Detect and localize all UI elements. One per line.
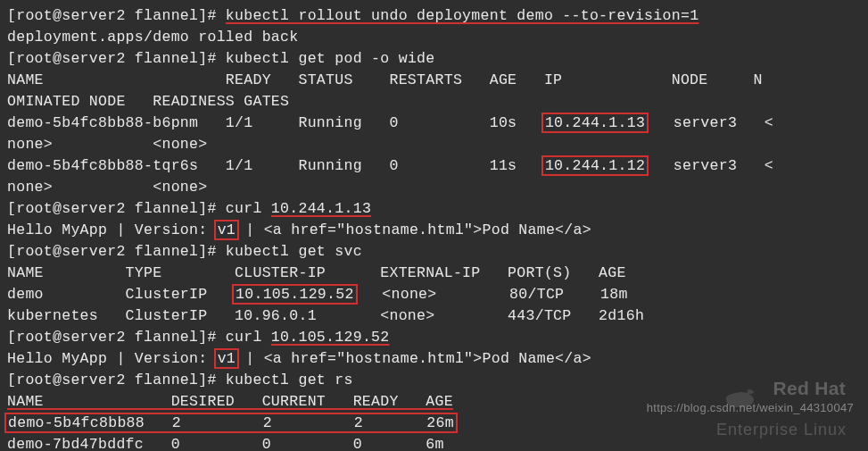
watermark-brand: Red Hat bbox=[773, 378, 846, 399]
pod-row: demo-5b4fc8bb88-tqr6s 1/1 Running 0 11s … bbox=[7, 155, 861, 177]
watermark-url: https://blog.csdn.net/weixin_44310047 bbox=[647, 397, 854, 419]
terminal-line: [root@server2 flannel]# kubectl get pod … bbox=[7, 48, 861, 70]
terminal-line: [root@server2 flannel]# curl 10.244.1.13 bbox=[7, 198, 861, 220]
terminal-line: [root@server2 flannel]# curl 10.105.129.… bbox=[7, 327, 861, 348]
curl-target-ip: 10.244.1.13 bbox=[271, 200, 371, 217]
version-badge: v1 bbox=[214, 220, 239, 240]
command-curl: curl bbox=[226, 329, 271, 346]
pods-header-cont: OMINATED NODE READINESS GATES bbox=[7, 91, 861, 113]
pod-row: demo-5b4fc8bb88-b6pnm 1/1 Running 0 10s … bbox=[7, 113, 861, 134]
pods-header: NAME READY STATUS RESTARTS AGE IP NODE N bbox=[7, 70, 861, 91]
curl-output: Hello MyApp | Version: v1 | <a href="hos… bbox=[7, 348, 861, 370]
command-get-pod: kubectl get pod -o wide bbox=[226, 50, 435, 67]
command-get-rs: kubectl get rs bbox=[226, 372, 353, 388]
command-rollout-undo: kubectl rollout undo deployment demo --t… bbox=[226, 7, 699, 24]
terminal-line: [root@server2 flannel]# kubectl get svc bbox=[7, 241, 861, 263]
prompt: [root@server2 flannel]# bbox=[7, 372, 226, 388]
prompt: [root@server2 flannel]# bbox=[7, 7, 226, 24]
pod-ip: 10.244.1.13 bbox=[541, 113, 649, 133]
curl-target-ip: 10.105.129.52 bbox=[271, 329, 390, 346]
svc-row: demo ClusterIP 10.105.129.52 <none> 80/T… bbox=[7, 284, 861, 305]
prompt: [root@server2 flannel]# bbox=[7, 200, 226, 217]
pod-row-cont: none> <none> bbox=[7, 134, 861, 155]
terminal-line: [root@server2 flannel]# kubectl rollout … bbox=[7, 5, 861, 27]
command-curl: curl bbox=[226, 200, 271, 217]
watermark-subtitle: Enterprise Linux bbox=[716, 419, 847, 440]
prompt: [root@server2 flannel]# bbox=[7, 329, 226, 346]
svc-row: kubernetes ClusterIP 10.96.0.1 <none> 44… bbox=[7, 305, 861, 327]
version-badge: v1 bbox=[214, 348, 239, 369]
prompt: [root@server2 flannel]# bbox=[7, 243, 226, 260]
curl-output: Hello MyApp | Version: v1 | <a href="hos… bbox=[7, 220, 861, 241]
output-rolled-back: deployment.apps/demo rolled back bbox=[7, 27, 861, 48]
pod-ip: 10.244.1.12 bbox=[541, 155, 649, 176]
pod-row-cont: none> <none> bbox=[7, 177, 861, 198]
rs-active-row: demo-5b4fc8bb88 2 2 2 26m bbox=[4, 413, 458, 433]
cluster-ip: 10.105.129.52 bbox=[232, 284, 358, 305]
command-get-svc: kubectl get svc bbox=[226, 243, 362, 260]
prompt: [root@server2 flannel]# bbox=[7, 50, 226, 67]
svc-header: NAME TYPE CLUSTER-IP EXTERNAL-IP PORT(S)… bbox=[7, 263, 861, 284]
